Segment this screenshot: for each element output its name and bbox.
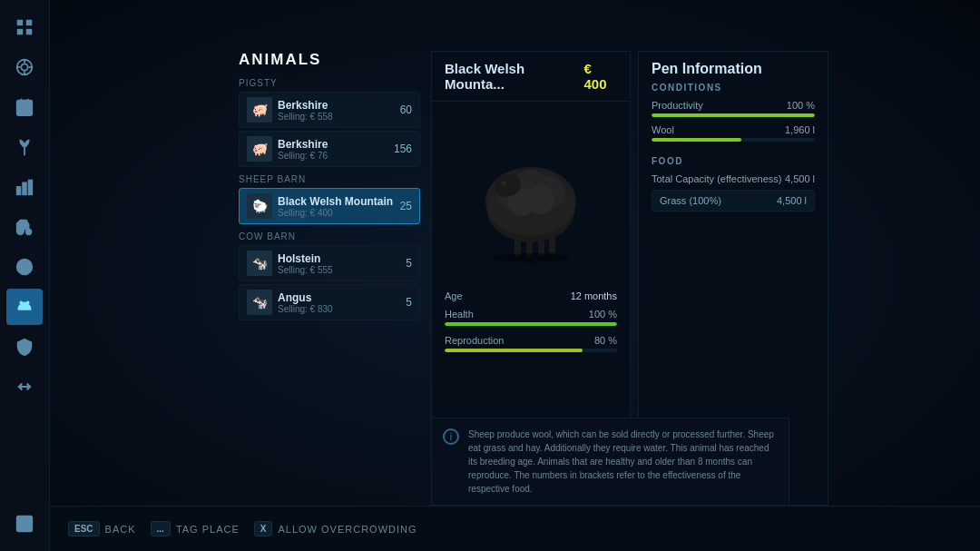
animal-count-block: 25 — [400, 200, 412, 212]
svg-point-5 — [21, 64, 27, 70]
sidebar-btn-plant[interactable] — [6, 129, 43, 165]
key-tag-label: TAG PLACE — [176, 524, 240, 535]
animal-count-block: 5 — [406, 257, 412, 270]
animal-icon: 🐄 — [247, 290, 272, 315]
animal-item[interactable]: 🐖 Berkshire Selling: € 558 60 — [239, 92, 420, 128]
stat-reproduction: Reproduction 80 % — [445, 335, 617, 352]
animal-info: Holstein Selling: € 555 — [278, 252, 400, 275]
sidebar-btn-bottom[interactable] — [6, 506, 43, 542]
food-item: Grass (100%) 4,500 l — [652, 190, 815, 212]
pen-conditions-label: CONDITIONS — [652, 83, 815, 93]
svg-rect-17 — [29, 181, 33, 195]
sidebar-btn-flow[interactable] — [6, 369, 43, 405]
detail-animal-price: € 400 — [584, 61, 617, 92]
animal-name: Holstein — [278, 252, 400, 265]
svg-point-21 — [20, 301, 24, 305]
svg-rect-15 — [17, 187, 21, 194]
detail-animal-name: Black Welsh Mounta... — [445, 61, 584, 92]
animal-name: Angus — [278, 291, 400, 304]
sidebar-btn-calendar[interactable]: 15 — [6, 89, 43, 125]
animal-count: 156 — [394, 143, 412, 155]
hotkey-overcrowding: X ALLOW OVERCROWDING — [254, 521, 417, 536]
animal-3d-view — [432, 102, 630, 283]
sidebar-btn-shield[interactable] — [6, 329, 43, 365]
info-panel: i Sheep produce wool, which can be sold … — [431, 418, 789, 506]
stat-health-bar-bg — [445, 322, 617, 326]
animal-count: 60 — [400, 103, 412, 116]
animal-item[interactable]: 🐑 Black Welsh Mountain Selling: € 400 25 — [239, 188, 420, 224]
animal-info: Angus Selling: € 830 — [278, 291, 400, 314]
pen-wool-value: 1,960 l — [785, 124, 815, 135]
hotkey-tag: ... TAG PLACE — [151, 521, 240, 536]
pen-info-title: Pen Information — [652, 61, 815, 77]
food-items-list: Grass (100%) 4,500 l — [652, 190, 815, 212]
sidebar-btn-tractor[interactable] — [6, 209, 43, 245]
sidebar-btn-target[interactable] — [6, 49, 43, 85]
stat-health: Health 100 % — [445, 309, 617, 326]
animals-title: ANIMALS — [239, 51, 420, 69]
key-overcrowding-label: ALLOW OVERCROWDING — [278, 524, 416, 535]
svg-rect-0 — [17, 20, 23, 25]
animals-list: PIGSTY 🐖 Berkshire Selling: € 558 60 🐖 B… — [239, 78, 420, 320]
svg-point-19 — [26, 230, 32, 235]
svg-point-35 — [496, 184, 514, 197]
key-overcrowding[interactable]: X — [254, 521, 273, 536]
stat-health-label: Health — [445, 309, 474, 320]
animal-count: 5 — [406, 296, 412, 309]
animal-count: 5 — [406, 257, 412, 270]
animal-item[interactable]: 🐄 Angus Selling: € 830 5 — [239, 284, 420, 320]
sidebar-btn-chart[interactable] — [6, 169, 43, 205]
stat-age: Age 12 months — [445, 290, 617, 301]
animal-name: Berkshire — [278, 99, 395, 112]
animal-icon: 🐖 — [247, 97, 272, 123]
stat-age-value: 12 months — [571, 290, 617, 301]
main-area: ANIMALS PIGSTY 🐖 Berkshire Selling: € 55… — [50, 0, 980, 551]
animal-selling: Selling: € 558 — [278, 112, 395, 122]
pen-wool: Wool 1,960 l — [652, 124, 815, 142]
svg-rect-38 — [514, 236, 521, 256]
animal-name: Berkshire — [278, 138, 388, 151]
bottom-bar: ESC BACK ... TAG PLACE X ALLOW OVERCROWD… — [50, 506, 980, 551]
stat-age-label: Age — [445, 290, 463, 301]
key-esc-label: BACK — [105, 524, 136, 535]
animal-name: Black Welsh Mountain — [278, 195, 395, 208]
key-esc[interactable]: ESC — [68, 521, 100, 536]
animal-icon: 🐖 — [247, 136, 272, 162]
animals-panel: ANIMALS PIGSTY 🐖 Berkshire Selling: € 55… — [239, 51, 420, 506]
animal-info: Berkshire Selling: € 76 — [278, 138, 388, 161]
svg-rect-39 — [526, 236, 533, 256]
sheep-silhouette — [458, 120, 603, 265]
key-tag[interactable]: ... — [151, 521, 171, 536]
svg-point-42 — [493, 253, 569, 262]
svg-point-22 — [26, 301, 30, 305]
animal-icon: 🐑 — [247, 193, 272, 219]
stat-reproduction-value: 80 % — [594, 335, 617, 346]
food-capacity-value: 4,500 l — [785, 173, 815, 184]
sidebar: 15 — [0, 0, 50, 551]
sidebar-btn-grid[interactable] — [6, 9, 43, 45]
pen-productivity-label: Productivity — [652, 100, 703, 111]
animal-selling: Selling: € 555 — [278, 265, 400, 275]
svg-rect-40 — [538, 236, 544, 256]
food-item-value: 4,500 l — [777, 195, 807, 206]
animal-icon: 🐄 — [247, 251, 272, 276]
section-label-2: COW BARN — [239, 231, 420, 241]
svg-text:15: 15 — [21, 106, 28, 114]
animal-count: 25 — [400, 200, 412, 212]
pen-wool-bar-bg — [652, 138, 815, 142]
pen-productivity-bar-fill — [652, 113, 815, 117]
animal-item[interactable]: 🐖 Berkshire Selling: € 76 156 — [239, 131, 420, 167]
animal-selling: Selling: € 76 — [278, 151, 388, 161]
svg-point-33 — [525, 185, 554, 214]
animal-item[interactable]: 🐄 Holstein Selling: € 555 5 — [239, 245, 420, 281]
animal-count-block: 60 — [400, 103, 412, 116]
sidebar-btn-animals[interactable] — [6, 289, 43, 325]
stat-health-value: 100 % — [589, 309, 617, 320]
info-icon: i — [443, 428, 459, 445]
pen-productivity-bar-bg — [652, 113, 815, 117]
svg-rect-2 — [17, 29, 23, 34]
stat-reproduction-label: Reproduction — [445, 335, 504, 346]
sidebar-btn-money[interactable] — [6, 249, 43, 285]
svg-rect-3 — [26, 29, 32, 34]
info-text: Sheep produce wool, which can be sold di… — [468, 428, 778, 496]
